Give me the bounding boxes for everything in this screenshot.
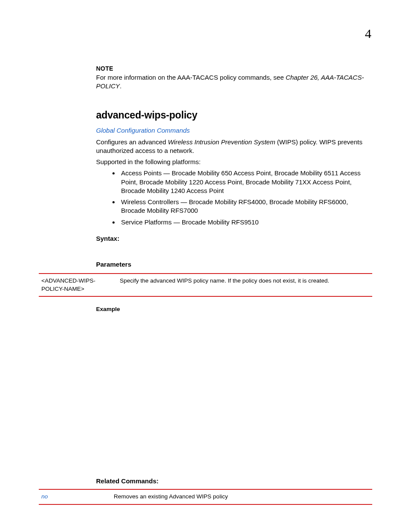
section-title: advanced-wips-policy	[96, 109, 372, 122]
example-heading: Example	[96, 305, 372, 313]
syntax-heading: Syntax:	[96, 234, 372, 243]
related-commands-table: no Removes an existing Advanced WIPS pol…	[39, 489, 372, 504]
content-body: NOTE For more information on the AAA-TAC…	[96, 65, 372, 505]
param-desc-cell: Specify the advanced WIPS policy name. I…	[120, 277, 372, 292]
description-paragraph: Configures an advanced Wireless Intrusio…	[96, 138, 372, 156]
related-cmd-desc: Removes an existing Advanced WIPS policy	[114, 493, 372, 501]
note-prefix: For more information on the AAA-TACACS p…	[96, 74, 286, 81]
list-item: Wireless Controllers — Brocade Mobility …	[119, 198, 372, 215]
param-name-cell: <ADVANCED-WIPS-POLICY-NAME>	[41, 277, 120, 292]
platform-list: Access Points — Brocade Mobility 650 Acc…	[109, 169, 372, 227]
parameters-heading: Parameters	[96, 260, 372, 269]
note-body: For more information on the AAA-TACACS p…	[96, 73, 372, 91]
desc-italic: Wireless Intrusion Prevention System	[168, 138, 275, 146]
document-page: 4 NOTE For more information on the AAA-T…	[0, 0, 411, 532]
note-label: NOTE	[96, 65, 372, 73]
list-item: Access Points — Brocade Mobility 650 Acc…	[119, 169, 372, 195]
related-cmd-link[interactable]: no	[41, 493, 114, 501]
list-item: Service Platforms — Brocade Mobility RFS…	[119, 218, 372, 227]
crossref-link[interactable]: Global Configuration Commands	[96, 126, 372, 135]
related-commands-heading: Related Commands:	[96, 477, 372, 485]
parameters-table: <ADVANCED-WIPS-POLICY-NAME> Specify the …	[39, 273, 372, 296]
desc-pre: Configures an advanced	[96, 138, 168, 146]
note-suffix: .	[120, 82, 121, 90]
chapter-number: 4	[365, 25, 371, 43]
supported-heading: Supported in the following platforms:	[96, 158, 372, 166]
